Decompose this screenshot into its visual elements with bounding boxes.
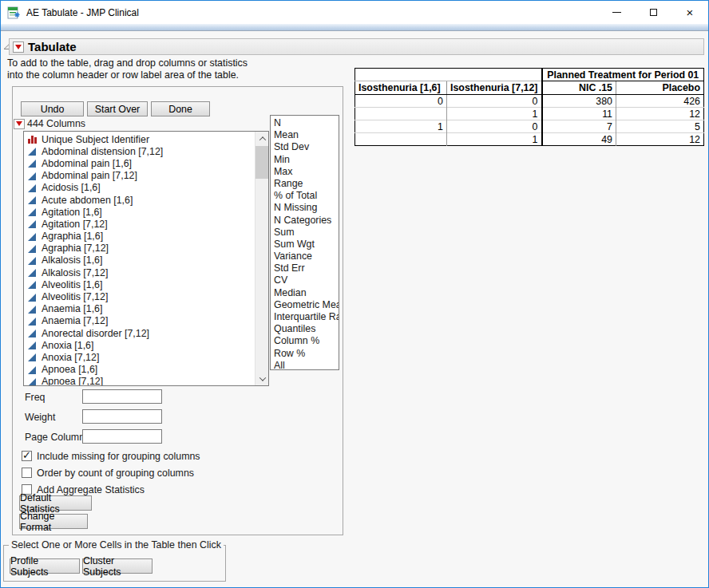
- cells-group-legend: Select One or More Cells in the Table th…: [9, 539, 224, 551]
- span-header-cell[interactable]: Planned Treatment for Period 01: [542, 69, 704, 81]
- column-list-item[interactable]: Abdominal distension [7,12]: [26, 145, 268, 157]
- table-cell[interactable]: 0: [355, 95, 447, 108]
- scrollbar-thumb[interactable]: [255, 146, 269, 179]
- column-list-item[interactable]: Anaemia [1,6]: [26, 303, 268, 315]
- table-cell[interactable]: 12: [616, 133, 704, 146]
- profile-subjects-button[interactable]: Profile Subjects: [10, 558, 80, 574]
- checkbox-label: Order by count of grouping columns: [37, 468, 194, 479]
- statistic-list-item[interactable]: Sum Wgt: [274, 239, 339, 251]
- change-format-button[interactable]: Change Format: [19, 514, 88, 529]
- cluster-subjects-button[interactable]: Cluster Subjects: [82, 558, 152, 574]
- column-type-icon: [28, 268, 38, 277]
- table-cell[interactable]: 1: [447, 133, 542, 146]
- statistic-list-item[interactable]: Min: [274, 154, 339, 166]
- scroll-down-icon[interactable]: [255, 372, 269, 385]
- column-list-item[interactable]: Apnoea [1,6]: [26, 364, 268, 376]
- statistic-list-item[interactable]: Mean: [274, 129, 339, 141]
- red-triangle-menu-button[interactable]: [13, 41, 24, 53]
- checkbox-row[interactable]: Include missing for grouping columns: [22, 448, 325, 464]
- column-list-item[interactable]: Acidosis [1,6]: [26, 182, 268, 194]
- table-cell[interactable]: [355, 133, 447, 146]
- statistic-list-item[interactable]: N Missing: [274, 202, 339, 214]
- table-cell[interactable]: 0: [447, 120, 542, 133]
- column-list-item[interactable]: Anoxia [1,6]: [26, 339, 268, 351]
- statistic-list-item[interactable]: Std Dev: [274, 141, 339, 153]
- table-cell[interactable]: [355, 108, 447, 120]
- column-header-cell[interactable]: Isosthenuria [1,6]: [355, 81, 447, 95]
- close-button[interactable]: ×: [671, 1, 708, 24]
- table-cell[interactable]: 380: [542, 95, 616, 108]
- statistic-list-item[interactable]: N: [274, 117, 339, 129]
- column-list-item[interactable]: Alkalosis [7,12]: [26, 266, 268, 278]
- column-list-item[interactable]: Anoxia [7,12]: [26, 351, 268, 363]
- maximize-button[interactable]: [635, 1, 671, 24]
- column-list-item[interactable]: Abdominal pain [1,6]: [26, 157, 268, 169]
- statistic-list-item[interactable]: Variance: [274, 251, 339, 262]
- column-header-cell[interactable]: Isosthenuria [7,12]: [447, 81, 542, 95]
- column-list-item[interactable]: Agitation [1,6]: [26, 206, 268, 218]
- column-list-item[interactable]: Agitation [7,12]: [26, 218, 268, 230]
- column-list-item[interactable]: Anorectal disorder [7,12]: [26, 327, 268, 339]
- statistic-list-item[interactable]: % of Total: [274, 190, 339, 202]
- scroll-up-icon[interactable]: [255, 132, 269, 145]
- table-cell[interactable]: 5: [616, 120, 704, 133]
- column-header-cell[interactable]: NIC .15: [542, 81, 616, 95]
- table-cell[interactable]: 1: [355, 120, 447, 133]
- page-column-input[interactable]: [82, 429, 162, 444]
- statistic-list-item[interactable]: CV: [274, 274, 339, 286]
- column-type-icon: [28, 329, 38, 337]
- table-cell[interactable]: 0: [447, 95, 542, 108]
- table-cell[interactable]: 12: [616, 108, 704, 120]
- statistic-list-item[interactable]: All: [274, 360, 339, 370]
- column-list-item[interactable]: Alveolitis [7,12]: [26, 290, 268, 302]
- columns-scrollbar[interactable]: [255, 132, 268, 385]
- column-type-icon: [28, 172, 38, 180]
- column-list-item[interactable]: Agraphia [1,6]: [26, 231, 268, 243]
- column-list-item[interactable]: Alveolitis [1,6]: [26, 278, 268, 290]
- column-list-item[interactable]: Unique Subject Identifier: [26, 133, 268, 145]
- statistic-list-item[interactable]: Interquartile Range: [274, 311, 339, 323]
- table-row: 0 0 380 426: [355, 95, 704, 108]
- statistic-list-item[interactable]: Column %: [274, 335, 339, 347]
- table-cell[interactable]: 1: [447, 108, 542, 120]
- window-title: AE Tabulate - JMP Clinical: [26, 7, 139, 18]
- undo-button[interactable]: Undo: [21, 101, 84, 116]
- table-cell[interactable]: 11: [542, 108, 616, 120]
- statistic-list-item[interactable]: Geometric Mean: [274, 299, 339, 311]
- column-list-item[interactable]: Alkalosis [1,6]: [26, 255, 268, 266]
- statistic-list-item[interactable]: Row %: [274, 348, 339, 360]
- column-label: Apnoea [7,12]: [42, 376, 103, 386]
- column-header-cell[interactable]: Placebo: [616, 81, 704, 95]
- statistic-list-item[interactable]: Median: [274, 287, 339, 299]
- table-cell[interactable]: 426: [616, 95, 704, 108]
- statistic-list-item[interactable]: N Categories: [274, 215, 339, 227]
- statistics-list: N Mean Std Dev Min Max Range % of Total …: [271, 116, 339, 370]
- checkbox[interactable]: [22, 451, 32, 461]
- statistic-list-item[interactable]: Sum: [274, 227, 339, 239]
- column-list-item[interactable]: Acute abdomen [1,6]: [26, 194, 268, 206]
- statistic-list-item[interactable]: Max: [274, 166, 339, 178]
- statistic-list-item[interactable]: Range: [274, 178, 339, 190]
- table-row: 1 11 12: [355, 108, 704, 120]
- checkbox-row[interactable]: Order by count of grouping columns: [22, 464, 325, 481]
- column-label: Apnoea [1,6]: [42, 364, 97, 375]
- table-cell[interactable]: 49: [542, 133, 616, 146]
- table-corner-cell: [355, 69, 542, 81]
- done-button[interactable]: Done: [151, 101, 210, 116]
- checkbox[interactable]: [22, 468, 32, 478]
- statistic-list-item[interactable]: Std Err: [274, 262, 339, 274]
- freq-input[interactable]: [82, 389, 162, 404]
- statistic-list-item[interactable]: Quantiles: [274, 323, 339, 335]
- minimize-button[interactable]: [598, 1, 635, 24]
- columns-list: Unique Subject Identifier Abdominal dist…: [24, 132, 268, 386]
- column-list-item[interactable]: Agraphia [7,12]: [26, 243, 268, 255]
- start-over-button[interactable]: Start Over: [87, 101, 148, 116]
- weight-input[interactable]: [82, 409, 162, 424]
- table-cell[interactable]: 7: [542, 120, 616, 133]
- column-list-item[interactable]: Abdominal pain [7,12]: [26, 170, 268, 182]
- columns-red-triangle-button[interactable]: [14, 119, 25, 129]
- column-type-icon: [28, 232, 38, 241]
- column-list-item[interactable]: Apnoea [7,12]: [26, 376, 268, 386]
- default-statistics-button[interactable]: Default Statistics: [19, 495, 92, 511]
- column-list-item[interactable]: Anaemia [7,12]: [26, 315, 268, 327]
